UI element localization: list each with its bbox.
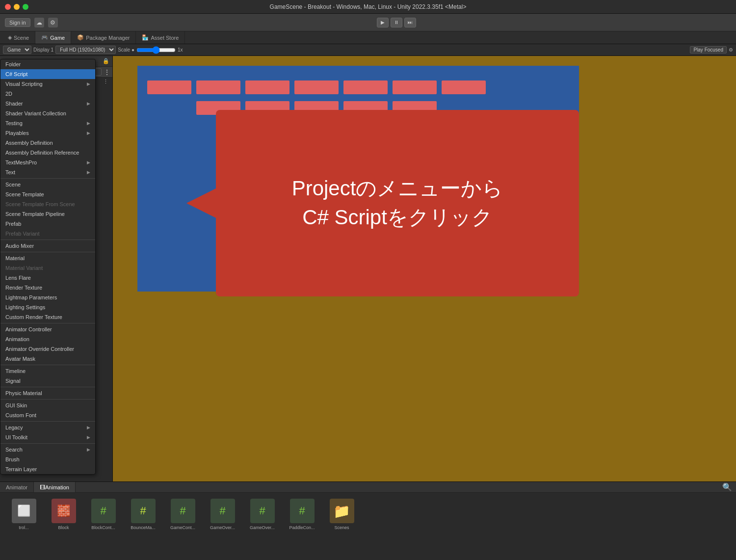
menu-item[interactable]: Scene Template xyxy=(0,189,95,199)
menu-item[interactable]: Terrain Layer xyxy=(0,464,95,474)
menu-item[interactable]: Lightmap Parameters xyxy=(0,293,95,302)
game-toolbar: Game Display 1 Full HD (1920x1080) Scale… xyxy=(0,44,736,56)
menu-item[interactable]: Signal xyxy=(0,376,95,386)
menu-separator xyxy=(0,399,95,400)
menu-item[interactable]: Animator Override Controller xyxy=(0,344,95,354)
file-label: GameOver... xyxy=(210,525,235,530)
file-label: BounceMa... xyxy=(131,525,156,530)
resolution-select[interactable]: Full HD (1920x1080) xyxy=(55,46,116,54)
tab-animation[interactable]: 🎞 Animation xyxy=(34,482,76,492)
menu-item[interactable]: Assembly Definition xyxy=(0,138,95,148)
menu-item[interactable]: UI Toolkit▶ xyxy=(0,432,95,442)
settings-icon[interactable]: ⚙ xyxy=(48,18,58,27)
file-label: GameCont... xyxy=(170,525,195,530)
pause-button[interactable]: ⏸ xyxy=(391,18,402,27)
file-icon: ⬜ xyxy=(12,499,36,523)
project-file-item[interactable]: ⬜ trol... xyxy=(8,499,40,530)
menu-item[interactable]: Animation xyxy=(0,334,95,344)
menu-item[interactable]: Audio Mixer xyxy=(0,241,95,251)
menu-item[interactable]: Avatar Mask xyxy=(0,354,95,364)
tab-package-manager[interactable]: 📦 Package Manager xyxy=(71,31,136,44)
window-title: GameScene - Breakout - Windows, Mac, Lin… xyxy=(270,3,467,10)
project-file-item[interactable]: 📁 Scenes xyxy=(326,499,358,530)
file-label: Scenes xyxy=(334,525,349,530)
project-file-item[interactable]: # BlockCont... xyxy=(87,499,119,530)
cloud-icon[interactable]: ☁ xyxy=(34,18,44,27)
scale-slider[interactable] xyxy=(136,46,176,54)
menu-item[interactable]: Legacy▶ xyxy=(0,423,95,432)
animation-label: Animation xyxy=(45,484,69,490)
annotation-text: Projectのメニューから C# Scriptをクリック xyxy=(292,174,503,232)
project-file-item[interactable]: 🧱 Block xyxy=(48,499,79,530)
menu-item[interactable]: Brush xyxy=(0,454,95,464)
menu-item[interactable]: Render Texture xyxy=(0,283,95,293)
menu-item[interactable]: Playables▶ xyxy=(0,128,95,138)
brick xyxy=(245,80,289,94)
package-icon: 📦 xyxy=(77,34,84,41)
file-icon: # xyxy=(131,499,156,523)
menu-item[interactable]: Physic Material xyxy=(0,388,95,398)
sign-in-button[interactable]: Sign in xyxy=(5,18,30,27)
play-button[interactable]: ▶ xyxy=(377,18,389,27)
annotation-overlay: Projectのメニューから C# Scriptをクリック xyxy=(216,110,579,296)
menu-separator xyxy=(0,365,95,365)
window-controls xyxy=(5,4,28,10)
search-icon[interactable]: 🔍 xyxy=(718,482,736,492)
top-toolbar: Sign in ☁ ⚙ ▶ ⏸ ⏭ xyxy=(0,14,736,31)
tab-scene[interactable]: ◈ Scene xyxy=(2,31,35,44)
project-file-item[interactable]: # BounceMa... xyxy=(127,499,159,530)
menu-separator xyxy=(0,178,95,179)
menu-item[interactable]: Timeline xyxy=(0,366,95,376)
tab-game[interactable]: 🎮 Game xyxy=(35,31,71,44)
menu-item[interactable]: Visual Scripting▶ xyxy=(0,79,95,89)
brick xyxy=(294,80,339,94)
main-area: ◈ Scene 🎮 Game 📦 Package Manager 🏪 Asset… xyxy=(0,31,736,560)
close-button[interactable] xyxy=(5,4,11,10)
menu-item[interactable]: 2D xyxy=(0,89,95,99)
step-button[interactable]: ⏭ xyxy=(404,18,416,27)
project-file-item[interactable]: # GameCont... xyxy=(167,499,199,530)
bottom-tabs: Animator 🎞 Animation 🔍 xyxy=(0,482,736,493)
menu-item[interactable]: Custom Render Texture xyxy=(0,312,95,322)
hierarchy-lock-icon[interactable]: 🔒 xyxy=(103,58,109,64)
menu-item[interactable]: Custom Font xyxy=(0,410,95,420)
bottom-area: Animator 🎞 Animation 🔍 ⬜ trol... 🧱 Block… xyxy=(0,481,736,560)
menu-item[interactable]: Folder xyxy=(0,59,95,69)
menu-item[interactable]: Lighting Settings xyxy=(0,302,95,312)
game-icon: 🎮 xyxy=(41,34,48,41)
menu-item[interactable]: TextMeshPro▶ xyxy=(0,158,95,167)
menu-item[interactable]: GUI Skin xyxy=(0,400,95,410)
menu-item[interactable]: Testing▶ xyxy=(0,118,95,128)
more-icon[interactable]: ⋮ xyxy=(104,69,110,76)
game-view: Projectのメニューから C# Scriptをクリック xyxy=(113,56,736,481)
menu-item[interactable]: Shader Variant Collection xyxy=(0,108,95,118)
menu-item[interactable]: Shader▶ xyxy=(0,99,95,108)
menu-separator xyxy=(0,240,95,240)
tab-animator[interactable]: Animator xyxy=(0,482,34,492)
menu-item[interactable]: Material xyxy=(0,253,95,263)
menu-item[interactable]: Search▶ xyxy=(0,445,95,454)
menu-separator xyxy=(0,387,95,387)
view-select[interactable]: Game xyxy=(3,46,31,54)
maximize-button[interactable] xyxy=(23,4,28,10)
project-file-item[interactable]: # GameOver... xyxy=(207,499,238,530)
menu-item[interactable]: Lens Flare xyxy=(0,273,95,283)
minimize-button[interactable] xyxy=(14,4,20,10)
menu-separator xyxy=(0,323,95,323)
tab-asset-store[interactable]: 🏪 Asset Store xyxy=(136,31,185,44)
menu-item[interactable]: Assembly Definition Reference xyxy=(0,148,95,158)
menu-item: Scene Template From Scene xyxy=(0,199,95,209)
menu-item[interactable]: C# Script xyxy=(0,69,95,79)
game-settings-icon[interactable]: ⚙ xyxy=(729,47,733,53)
play-focused-button[interactable]: Play Focused xyxy=(690,46,727,53)
menu-item[interactable]: Scene xyxy=(0,180,95,189)
menu-item[interactable]: Prefab xyxy=(0,219,95,229)
menu-item[interactable]: Text▶ xyxy=(0,167,95,177)
project-file-item[interactable]: # GameOver... xyxy=(246,499,278,530)
menu-item[interactable]: Animator Controller xyxy=(0,324,95,334)
more-options-icon[interactable]: ⋮ xyxy=(103,79,108,85)
scale-label: Scale ● xyxy=(118,47,134,53)
scene-icon: ◈ xyxy=(8,34,12,41)
menu-item[interactable]: Scene Template Pipeline xyxy=(0,209,95,219)
project-file-item[interactable]: # PaddleCon... xyxy=(286,499,318,530)
